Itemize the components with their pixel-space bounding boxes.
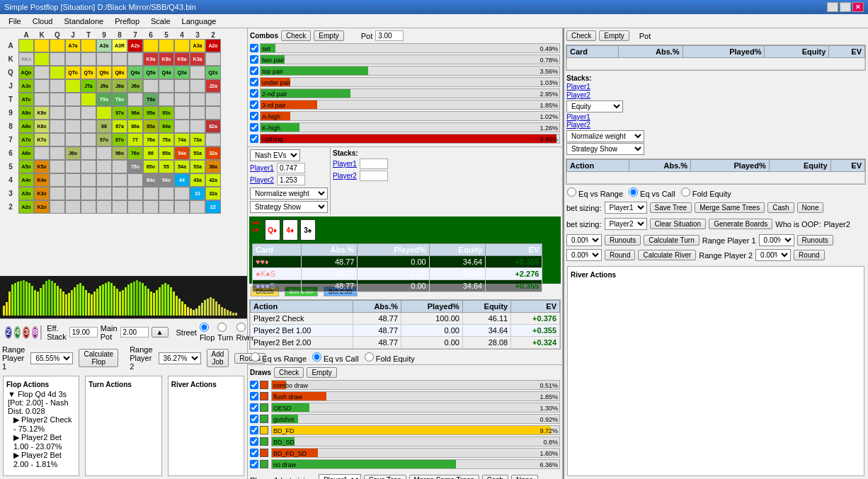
nash-player1-input[interactable] [277, 163, 305, 173]
cell-2j[interactable] [65, 200, 81, 214]
pot-input[interactable] [375, 30, 404, 41]
merge-same-trees-btn[interactable]: Merge Same Trees [409, 475, 479, 479]
cell-aa[interactable] [18, 39, 34, 52]
right-eq-vs-range-radio[interactable] [567, 187, 576, 197]
cell-qj[interactable]: QTo [65, 66, 81, 79]
cell-87[interactable]: 86a [127, 120, 143, 133]
cell-a5[interactable] [159, 39, 174, 52]
cell-59[interactable] [96, 160, 112, 173]
cell-69[interactable] [96, 146, 112, 160]
right-eq-vs-call-radio[interactable] [629, 187, 638, 197]
cell-6a[interactable]: A6o [18, 146, 34, 160]
cell-52[interactable]: 38a [205, 160, 221, 173]
cell-4k[interactable]: K4o [34, 173, 50, 187]
flop-tree-check[interactable]: ▶ Player2 Check - 75.12% [13, 415, 76, 433]
combo-3rd-pair-check[interactable] [250, 100, 258, 109]
right-player1-link[interactable]: Player1 [566, 83, 590, 91]
cell-t7[interactable] [127, 93, 143, 106]
fold-equity-radio[interactable] [365, 352, 374, 362]
right-save-tree-btn[interactable]: Save Tree [650, 202, 692, 213]
cell-28[interactable] [112, 200, 127, 214]
cell-4a[interactable]: A4o [18, 173, 34, 187]
cell-62[interactable]: 32a [205, 146, 221, 160]
draw-bd-fd-check[interactable] [250, 426, 258, 434]
cell-4t[interactable] [81, 173, 96, 187]
cell-45[interactable]: 54o [159, 173, 174, 187]
cell-42[interactable]: 42a [205, 173, 221, 187]
cell-93[interactable] [190, 106, 205, 120]
draws-check-btn[interactable]: Check [274, 367, 304, 378]
cell-6j[interactable]: J6o [65, 146, 81, 160]
cell-65[interactable]: 65a [159, 146, 174, 160]
cell-9a[interactable]: A9o [18, 106, 34, 120]
right-range-p2-val[interactable]: 0.00% [566, 249, 602, 261]
combo-a-high-check[interactable] [250, 112, 258, 120]
cell-36[interactable] [143, 187, 159, 200]
right-round-p2-btn[interactable]: Round [605, 250, 635, 260]
cell-39[interactable] [96, 187, 112, 200]
cell-qq[interactable] [50, 66, 65, 79]
menu-file[interactable]: File [3, 16, 27, 27]
cell-56[interactable]: 65o [143, 160, 159, 173]
cell-23[interactable] [190, 200, 205, 214]
cell-92[interactable] [205, 106, 221, 120]
cell-44[interactable]: 44 [174, 173, 190, 187]
cell-68[interactable]: 96o [112, 146, 127, 160]
cell-6q[interactable] [50, 146, 65, 160]
cell-98[interactable]: 97s [112, 106, 127, 120]
cell-2k[interactable]: K2o [34, 200, 50, 214]
cell-5j[interactable] [65, 160, 81, 173]
cell-74[interactable]: 74a [174, 133, 190, 146]
cell-q7[interactable]: Q4a [127, 66, 143, 79]
right-cash-btn[interactable]: Cash [767, 202, 794, 213]
nash-player1-link[interactable]: Player1 [250, 164, 274, 172]
combos-empty-btn[interactable]: Empty [314, 30, 343, 41]
right-equity-p1-link[interactable]: Player1 [566, 113, 590, 121]
cell-88[interactable]: 87a [112, 120, 127, 133]
cell-ka[interactable]: AKo [18, 52, 34, 66]
cell-9j[interactable] [65, 106, 81, 120]
cell-t5[interactable] [159, 93, 174, 106]
menu-preflop[interactable]: Preflop [109, 16, 145, 27]
cell-k3[interactable]: K3a [190, 52, 205, 66]
cell-q6[interactable]: Q5a [143, 66, 159, 79]
cell-k5[interactable]: K8s [159, 52, 174, 66]
right-equity-select[interactable]: Equity [566, 100, 623, 112]
cell-a3[interactable]: A3a [190, 39, 205, 52]
cell-j6[interactable] [143, 79, 159, 93]
cell-79[interactable]: 97o [96, 133, 112, 146]
cell-26[interactable] [143, 200, 159, 214]
draws-empty-btn[interactable]: Empty [307, 367, 336, 378]
draw-bd-sd-check[interactable] [250, 437, 258, 446]
right-empty-btn[interactable]: Empty [599, 30, 629, 41]
cell-k9[interactable] [96, 52, 112, 66]
cell-q9[interactable]: Q9s [96, 66, 112, 79]
cell-kk[interactable] [34, 52, 50, 66]
draw-bd-fd-sd-check[interactable] [250, 449, 258, 457]
cell-qk[interactable] [34, 66, 50, 79]
chip-3[interactable]: 3 [23, 326, 30, 339]
cell-63[interactable]: 53a [190, 146, 205, 160]
combo-nothing-check[interactable] [250, 134, 258, 143]
cell-7q[interactable] [50, 133, 65, 146]
cell-24[interactable] [174, 200, 190, 214]
cell-83[interactable] [190, 120, 205, 133]
cell-ta[interactable]: ATo [18, 93, 34, 106]
cell-75[interactable]: 75a [159, 133, 174, 146]
cell-48[interactable] [112, 173, 127, 187]
cell-96[interactable]: 95a [143, 106, 159, 120]
draw-flush-check[interactable] [250, 392, 258, 400]
close-button[interactable]: ✕ [852, 2, 864, 12]
cell-32[interactable]: 32a [205, 187, 221, 200]
cell-t4[interactable] [174, 93, 190, 106]
combo-k-high-check[interactable] [250, 123, 258, 132]
cell-5q[interactable] [50, 160, 65, 173]
combo-set-check[interactable] [250, 44, 258, 52]
cell-8q[interactable] [50, 120, 65, 133]
cell-k4[interactable]: K6a [174, 52, 190, 66]
player1-sizing-select[interactable]: Player1 [319, 474, 361, 479]
cell-9t[interactable] [81, 106, 96, 120]
cell-3t[interactable] [81, 187, 96, 200]
main-pot-input[interactable] [120, 327, 149, 337]
cell-33[interactable]: 33 [190, 187, 205, 200]
